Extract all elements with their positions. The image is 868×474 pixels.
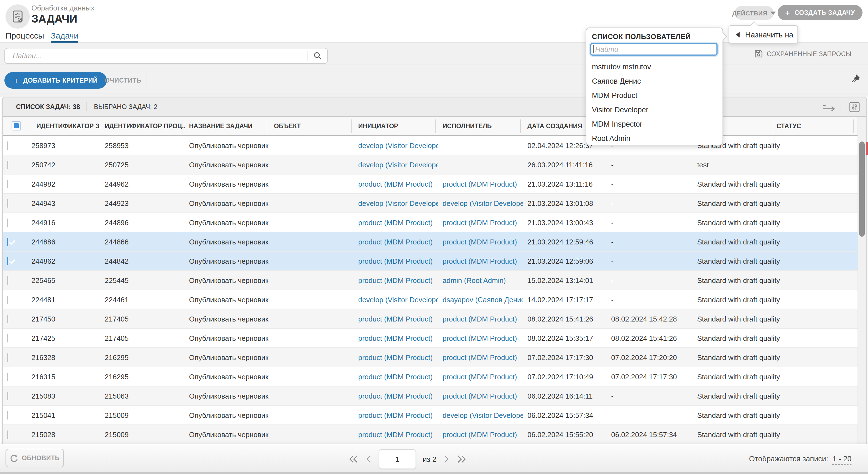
user-search-input[interactable]: Найти (590, 43, 717, 56)
executor-link[interactable]: develop (Visitor Develope (442, 199, 523, 207)
column-header-process_id[interactable]: ИДЕНТИФИКАТОР ПРОЦ... (100, 123, 185, 129)
create-task-button-label: СОЗДАТЬ ЗАДАЧУ (795, 9, 855, 16)
column-header-object[interactable]: ОБЪЕКТ (270, 123, 354, 129)
next-page-icon[interactable] (443, 455, 450, 464)
initiator-link[interactable]: product (MDM Product) (358, 218, 433, 227)
initiator-link[interactable]: product (MDM Product) (358, 334, 433, 342)
actions-button[interactable]: ДЕЙСТВИЯ (735, 6, 774, 20)
cell-process_id: 215009 (100, 430, 185, 439)
executor-link[interactable]: develop (Visitor Develope (442, 411, 523, 419)
executor-link[interactable]: product (MDM Product) (442, 218, 517, 227)
executor-link[interactable]: product (MDM Product) (442, 257, 517, 265)
records-range[interactable]: 1 - 20 (833, 455, 851, 465)
row-checkbox[interactable] (7, 334, 8, 342)
page-number-input[interactable]: 1 (379, 449, 416, 469)
initiator-link[interactable]: develop (Visitor Develope (358, 199, 438, 207)
executor-link[interactable]: dsayapov (Саяпов Денис (442, 295, 523, 304)
table-row[interactable]: 250742250725Опубликовать черновикdevelop… (3, 155, 858, 174)
executor-link[interactable]: product (MDM Product) (442, 334, 517, 342)
table-row[interactable]: 217450217405Опубликовать черновикproduct… (3, 309, 858, 329)
initiator-link[interactable]: product (MDM Product) (358, 392, 433, 400)
pin-button[interactable] (851, 74, 860, 83)
table-row[interactable]: 215041215009Опубликовать черновикproduct… (3, 406, 858, 425)
executor-link[interactable]: product (MDM Product) (442, 430, 517, 439)
user-list-item[interactable]: mstrutov mstrutov (586, 60, 722, 74)
initiator-link[interactable]: product (MDM Product) (358, 238, 433, 246)
initiator-link[interactable]: product (MDM Product) (358, 353, 433, 362)
row-checkbox[interactable] (7, 411, 8, 419)
refresh-button[interactable]: ОБНОВИТЬ (5, 449, 64, 467)
search-input[interactable]: Найти... (4, 48, 328, 64)
column-header-name[interactable]: НАЗВАНИЕ ЗАДАЧИ (185, 123, 270, 129)
first-page-icon[interactable] (348, 455, 359, 464)
table-row[interactable]: 215083215063Опубликовать черновикproduct… (3, 386, 858, 406)
initiator-link[interactable]: develop (Visitor Develope (358, 161, 438, 169)
initiator-link[interactable]: product (MDM Product) (358, 372, 433, 381)
table-row[interactable]: 224481224461Опубликовать черновикdevelop… (3, 290, 858, 309)
initiator-link[interactable]: product (MDM Product) (358, 276, 433, 284)
table-row[interactable]: 225465225445Опубликовать черновикproduct… (3, 271, 858, 290)
column-header-id[interactable]: ИДЕНТИФИКАТОР ЗАДА... (27, 123, 100, 129)
executor-link[interactable]: product (MDM Product) (442, 372, 517, 381)
executor-link[interactable]: product (MDM Product) (442, 315, 517, 323)
initiator-link[interactable]: develop (Visitor Develope (358, 295, 438, 304)
row-checkbox[interactable] (7, 430, 8, 439)
row-checkbox[interactable] (7, 392, 8, 400)
user-list-item[interactable]: MDM Inspector (586, 117, 722, 132)
add-criterion-button[interactable]: + ДОБАВИТЬ КРИТЕРИЙ (4, 72, 107, 89)
executor-link[interactable]: admin (Root Admin) (442, 276, 506, 284)
column-header-initiator[interactable]: ИНИЦИАТОР (354, 123, 438, 129)
row-checkbox[interactable] (7, 276, 8, 284)
user-list-item[interactable]: Саяпов Денис (586, 74, 722, 89)
user-list-item[interactable]: MDM Product (586, 89, 722, 103)
row-checkbox[interactable] (7, 315, 8, 323)
last-page-icon[interactable] (456, 455, 467, 464)
search-icon[interactable] (313, 51, 322, 61)
row-checkbox[interactable] (7, 372, 8, 381)
create-task-button[interactable]: + СОЗДАТЬ ЗАДАЧУ (778, 5, 863, 21)
executor-link[interactable]: product (MDM Product) (442, 392, 517, 400)
column-header-executor[interactable]: ИСПОЛНИТЕЛЬ (438, 123, 523, 129)
initiator-link[interactable]: product (MDM Product) (358, 180, 433, 188)
row-checkbox[interactable] (7, 161, 8, 169)
initiator-link[interactable]: product (MDM Product) (358, 411, 433, 419)
row-checkbox[interactable] (7, 257, 8, 265)
initiator-link[interactable]: develop (Visitor Develope (358, 141, 438, 149)
table-row[interactable]: 216315216295Опубликовать черновикproduct… (3, 367, 858, 386)
executor-link[interactable]: product (MDM Product) (442, 353, 517, 362)
executor-link[interactable]: product (MDM Product) (442, 180, 517, 188)
saved-queries-button[interactable]: СОХРАНЕННЫЕ ЗАПРОСЫ (754, 49, 851, 58)
initiator-link[interactable]: product (MDM Product) (358, 315, 433, 323)
row-checkbox[interactable] (7, 199, 8, 207)
table-row[interactable]: 215028215009Опубликовать черновикproduct… (3, 425, 858, 444)
table-row[interactable]: 217425217405Опубликовать черновикproduct… (3, 329, 858, 348)
executor-link[interactable]: product (MDM Product) (442, 238, 517, 246)
tab-tasks[interactable]: Задачи (51, 31, 79, 40)
assign-to-popup[interactable]: Назначить на (728, 25, 798, 43)
dash-arrow-icon[interactable] (822, 103, 837, 111)
initiator-link[interactable]: product (MDM Product) (358, 430, 433, 439)
vertical-scrollbar[interactable] (858, 117, 866, 444)
table-row[interactable]: 258973258953Опубликовать черновикdevelop… (3, 136, 858, 155)
user-list-item[interactable]: Visitor Developer (586, 103, 722, 117)
tab-processes[interactable]: Процессы (5, 31, 44, 40)
table-row[interactable]: 244862244842Опубликовать черновикproduct… (3, 251, 858, 271)
row-checkbox[interactable] (7, 180, 8, 188)
table-row[interactable]: 244982244962Опубликовать черновикproduct… (3, 174, 858, 194)
select-all-checkbox[interactable] (11, 121, 21, 131)
sliders-icon[interactable] (849, 102, 860, 112)
row-checkbox[interactable] (7, 295, 8, 304)
table-row[interactable]: 244943244923Опубликовать черновикdevelop… (3, 194, 858, 213)
table-row[interactable]: 244886244866Опубликовать черновикproduct… (3, 232, 858, 251)
table-row[interactable]: 244916244896Опубликовать черновикproduct… (3, 213, 858, 232)
prev-page-icon[interactable] (365, 455, 372, 464)
row-checkbox[interactable] (7, 353, 8, 362)
initiator-link[interactable]: product (MDM Product) (358, 257, 433, 265)
scrollbar-thumb[interactable] (859, 141, 865, 237)
row-checkbox[interactable] (7, 238, 8, 246)
clear-criteria-button[interactable]: ОЧИСТИТЬ (105, 77, 142, 84)
row-checkbox[interactable] (7, 218, 8, 227)
table-row[interactable]: 216328216295Опубликовать черновикproduct… (3, 348, 858, 367)
row-checkbox[interactable] (7, 141, 8, 149)
user-list-item[interactable]: Root Admin (586, 132, 722, 146)
